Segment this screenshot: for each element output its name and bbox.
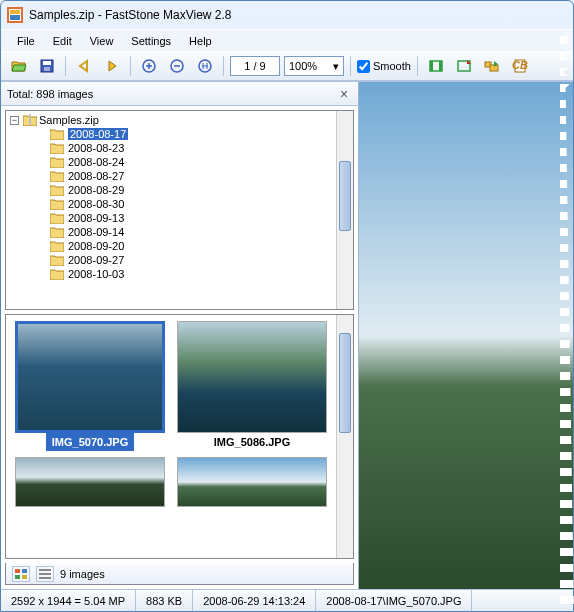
svg-rect-22 (22, 575, 27, 579)
close-panel-button[interactable]: × (336, 86, 352, 102)
collapse-icon[interactable]: − (10, 116, 19, 125)
tree-root[interactable]: − Samples.zip (10, 113, 349, 127)
thumbnails-area[interactable]: IMG_5070.JPGIMG_5086.JPG (5, 314, 354, 559)
thumbnail[interactable] (12, 457, 168, 507)
svg-rect-12 (439, 61, 442, 71)
view-mode-grid-button[interactable] (12, 566, 30, 582)
menu-help[interactable]: Help (181, 33, 220, 49)
menu-settings[interactable]: Settings (123, 33, 179, 49)
folder-icon (50, 254, 64, 266)
tree-item[interactable]: 2008-08-23 (10, 141, 349, 155)
folder-icon (50, 142, 64, 154)
menubar: File Edit View Settings Help (1, 29, 573, 51)
svg-rect-18 (29, 114, 31, 125)
thumbnail-image (177, 321, 327, 433)
status-path: 2008-08-17\IMG_5070.JPG (316, 590, 472, 611)
tool-button-4[interactable]: CB (508, 54, 532, 78)
tree-item[interactable]: 2008-09-13 (10, 211, 349, 225)
smooth-check-input[interactable] (357, 60, 370, 73)
thumbnail-label: IMG_5086.JPG (208, 433, 296, 451)
zoom-out-button[interactable] (165, 54, 189, 78)
zoom-value: 100% (289, 60, 317, 72)
tree-item[interactable]: 2008-10-03 (10, 267, 349, 281)
zoom-in-button[interactable] (137, 54, 161, 78)
statusbar: 2592 x 1944 = 5.04 MP 883 KB 2008-06-29 … (1, 589, 573, 611)
svg-rect-21 (15, 575, 20, 579)
smooth-checkbox[interactable]: Smooth (357, 60, 411, 73)
thumbnail-image (15, 321, 165, 433)
tree-scrollbar[interactable] (336, 111, 353, 309)
tree-root-label: Samples.zip (39, 114, 99, 126)
svg-rect-6 (44, 67, 50, 71)
zoom-select[interactable]: 100%▾ (284, 56, 344, 76)
thumbnail[interactable] (174, 457, 330, 507)
thumbs-count-label: 9 images (60, 568, 105, 580)
scrollbar-thumb[interactable] (339, 161, 351, 231)
tree-item[interactable]: 2008-08-30 (10, 197, 349, 211)
thumbnail-image (177, 457, 327, 507)
tree-item-label: 2008-08-29 (68, 184, 124, 196)
tree-item-label: 2008-09-13 (68, 212, 124, 224)
prev-button[interactable] (72, 54, 96, 78)
status-datetime: 2008-06-29 14:13:24 (193, 590, 316, 611)
tree-item-label: 2008-08-17 (68, 128, 128, 140)
thumbnail-image (15, 457, 165, 507)
folder-icon (50, 156, 64, 168)
scrollbar-thumb[interactable] (339, 333, 351, 433)
menu-edit[interactable]: Edit (45, 33, 80, 49)
window-title: Samples.zip - FastStone MaxView 2.8 (29, 8, 232, 22)
tree-item[interactable]: 2008-09-14 (10, 225, 349, 239)
separator (417, 56, 418, 76)
svg-rect-5 (43, 61, 51, 65)
tree-item-label: 2008-09-14 (68, 226, 124, 238)
svg-rect-2 (10, 10, 20, 14)
tree-item-label: 2008-08-23 (68, 142, 124, 154)
folder-icon (50, 212, 64, 224)
open-button[interactable] (7, 54, 31, 78)
svg-rect-20 (22, 569, 27, 573)
toolbar: 100%▾ Smooth CB (1, 51, 573, 81)
svg-text:CB: CB (512, 59, 528, 71)
folder-icon (50, 240, 64, 252)
next-button[interactable] (100, 54, 124, 78)
svg-rect-23 (39, 569, 51, 571)
thumbs-scrollbar[interactable] (336, 315, 353, 558)
total-images-label: Total: 898 images (7, 88, 93, 100)
tool-button-3[interactable] (480, 54, 504, 78)
separator (350, 56, 351, 76)
tree-item-label: 2008-10-03 (68, 268, 124, 280)
folder-icon (50, 170, 64, 182)
tree-item[interactable]: 2008-08-24 (10, 155, 349, 169)
folder-tree[interactable]: − Samples.zip 2008-08-172008-08-232008-0… (5, 110, 354, 310)
thumbnail-label: IMG_5070.JPG (46, 433, 134, 451)
thumbnail[interactable]: IMG_5086.JPG (174, 321, 330, 451)
separator (223, 56, 224, 76)
tree-item[interactable]: 2008-08-17 (10, 127, 349, 141)
menu-view[interactable]: View (82, 33, 122, 49)
svg-rect-25 (39, 577, 51, 579)
save-button[interactable] (35, 54, 59, 78)
tree-item[interactable]: 2008-09-27 (10, 253, 349, 267)
tool-button-1[interactable] (424, 54, 448, 78)
menu-file[interactable]: File (9, 33, 43, 49)
tree-item[interactable]: 2008-08-27 (10, 169, 349, 183)
separator (65, 56, 66, 76)
tool-button-2[interactable] (452, 54, 476, 78)
folder-icon (50, 184, 64, 196)
svg-rect-3 (10, 15, 20, 20)
image-preview[interactable] (359, 82, 573, 589)
tree-item[interactable]: 2008-08-29 (10, 183, 349, 197)
svg-rect-19 (15, 569, 20, 573)
status-dimensions: 2592 x 1944 = 5.04 MP (1, 590, 136, 611)
thumbnail[interactable]: IMG_5070.JPG (12, 321, 168, 451)
app-icon (7, 7, 23, 23)
tree-item[interactable]: 2008-09-20 (10, 239, 349, 253)
chevron-down-icon: ▾ (333, 60, 339, 73)
fit-button[interactable] (193, 54, 217, 78)
folder-icon (50, 268, 64, 280)
page-input[interactable] (230, 56, 280, 76)
content-area: Total: 898 images × − Samples.zip 2008-0… (1, 81, 573, 589)
tree-item-label: 2008-08-27 (68, 170, 124, 182)
view-mode-list-button[interactable] (36, 566, 54, 582)
panel-header: Total: 898 images × (1, 82, 358, 106)
